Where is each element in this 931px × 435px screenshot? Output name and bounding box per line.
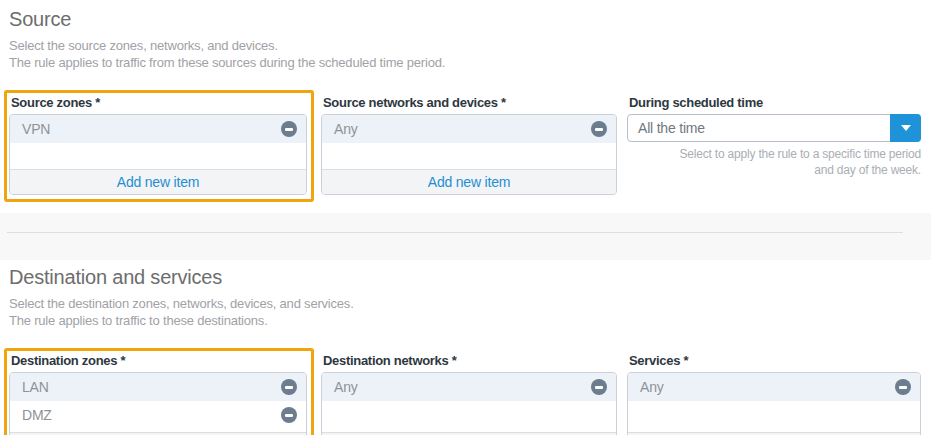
list-item-label: Any xyxy=(334,121,358,137)
hint-line-1: Select to apply the rule to a specific t… xyxy=(627,147,921,163)
list-item[interactable]: DMZ xyxy=(10,401,306,429)
add-new-item-button[interactable]: Add new item xyxy=(428,174,510,190)
destination-description-line-2: The rule applies to traffic to these des… xyxy=(9,313,921,330)
destination-zones-label: Destination zones * xyxy=(11,353,307,368)
remove-icon[interactable] xyxy=(281,407,297,423)
destination-section-title: Destination and services xyxy=(9,266,921,289)
remove-icon[interactable] xyxy=(591,379,607,395)
scheduled-time-label: During scheduled time xyxy=(629,95,921,110)
section-separator-band xyxy=(0,213,931,260)
destination-zones-highlight: Destination zones * LAN DMZ xyxy=(4,348,314,435)
list-item-label: Any xyxy=(640,379,664,395)
source-section-title: Source xyxy=(9,8,921,31)
destination-networks-label: Destination networks * xyxy=(323,353,617,368)
source-zones-field: Source zones * VPN Add new item xyxy=(9,95,307,195)
add-new-item-button[interactable]: Add new item xyxy=(117,174,199,190)
remove-icon[interactable] xyxy=(895,379,911,395)
destination-zones-field: Destination zones * LAN DMZ xyxy=(9,353,307,435)
destination-zones-listbox: LAN DMZ Add new item xyxy=(9,372,307,435)
scheduled-time-field: During scheduled time All the time Selec… xyxy=(627,95,921,178)
list-item-label: LAN xyxy=(22,379,49,395)
destination-networks-field: Destination networks * Any Add new item xyxy=(321,353,617,435)
hint-line-2: and day of the week. xyxy=(627,163,921,179)
services-field: Services * Any Add new item xyxy=(627,353,921,435)
destination-networks-listbox: Any Add new item xyxy=(321,372,617,435)
source-zones-highlight: Source zones * VPN Add new item xyxy=(4,90,314,202)
source-zones-listbox: VPN Add new item xyxy=(9,114,307,195)
list-item[interactable]: LAN xyxy=(10,373,306,401)
list-item[interactable]: Any xyxy=(322,115,616,143)
remove-icon[interactable] xyxy=(281,121,297,137)
source-description-line-1: Select the source zones, networks, and d… xyxy=(9,38,921,55)
source-networks-label: Source networks and devices * xyxy=(323,95,617,110)
list-item-label: Any xyxy=(334,379,358,395)
remove-icon[interactable] xyxy=(591,121,607,137)
source-networks-field: Source networks and devices * Any Add ne… xyxy=(321,95,617,195)
destination-description-line-1: Select the destination zones, networks, … xyxy=(9,296,921,313)
chevron-down-icon xyxy=(901,125,911,131)
list-item-label: DMZ xyxy=(22,407,52,423)
list-item-label: VPN xyxy=(22,121,50,137)
source-section: Source Select the source zones, networks… xyxy=(0,0,931,202)
source-zones-add-row: Add new item xyxy=(10,169,306,194)
section-divider xyxy=(7,232,903,233)
list-item[interactable]: Any xyxy=(628,373,920,401)
scheduled-time-hint: Select to apply the rule to a specific t… xyxy=(627,147,921,178)
scheduled-time-select[interactable]: All the time xyxy=(627,114,921,142)
scheduled-time-value: All the time xyxy=(628,120,890,136)
source-networks-add-row: Add new item xyxy=(322,169,616,194)
source-networks-listbox: Any Add new item xyxy=(321,114,617,195)
remove-icon[interactable] xyxy=(281,379,297,395)
list-item[interactable]: Any xyxy=(322,373,616,401)
source-description-line-2: The rule applies to traffic from these s… xyxy=(9,55,921,72)
scheduled-time-dropdown-button[interactable] xyxy=(890,114,921,142)
source-zones-label: Source zones * xyxy=(11,95,307,110)
list-item[interactable]: VPN xyxy=(10,115,306,143)
services-listbox: Any Add new item xyxy=(627,372,921,435)
services-label: Services * xyxy=(629,353,921,368)
destination-section: Destination and services Select the dest… xyxy=(0,260,931,435)
